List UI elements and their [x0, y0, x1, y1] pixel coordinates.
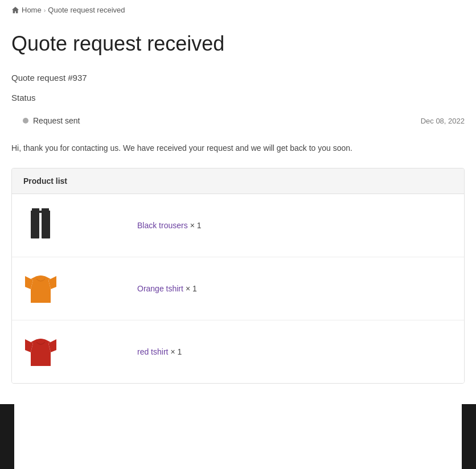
status-row: Request sent Dec 08, 2022: [11, 110, 465, 131]
svg-rect-3: [31, 212, 39, 228]
main-content: Quote request received Quote request #93…: [0, 20, 476, 406]
product-quantity: × 1: [186, 284, 197, 293]
breadcrumb-current: Quote request received: [48, 6, 125, 14]
product-list-title: Product list: [23, 176, 67, 186]
svg-rect-6: [42, 227, 50, 238]
status-dot: [23, 118, 28, 124]
svg-rect-4: [42, 212, 50, 228]
home-label: Home: [22, 6, 42, 14]
status-left: Request sent: [23, 116, 80, 125]
orange-tshirt-icon: [25, 273, 56, 305]
product-info: red tshirt × 1: [137, 347, 182, 356]
home-icon: [11, 6, 19, 14]
svg-rect-5: [31, 227, 39, 238]
status-label: Status: [11, 93, 465, 102]
product-image-trousers: [23, 205, 58, 245]
product-image-orange-tshirt: [23, 269, 58, 308]
left-sidebar-bar: [0, 404, 14, 469]
page-title: Quote request received: [11, 31, 465, 56]
product-quantity: × 1: [170, 347, 182, 356]
red-tshirt-icon: [25, 336, 56, 368]
product-link-black-trousers[interactable]: Black trousers: [137, 221, 188, 230]
status-text: Request sent: [33, 116, 80, 125]
product-info: Orange tshirt × 1: [137, 284, 197, 293]
product-list-container: Product list Black trousers × 1: [11, 168, 465, 384]
product-list-header: Product list: [12, 168, 464, 194]
product-link-orange-tshirt[interactable]: Orange tshirt: [137, 284, 183, 293]
product-item: Black trousers × 1: [12, 194, 464, 257]
thank-you-message: Hi, thank you for contacting us. We have…: [11, 142, 465, 154]
breadcrumb: Home › Quote request received: [0, 0, 476, 20]
status-date: Dec 08, 2022: [421, 117, 465, 125]
trousers-icon: [29, 208, 52, 242]
product-link-red-tshirt[interactable]: red tshirt: [137, 347, 168, 356]
product-info: Black trousers × 1: [137, 221, 202, 230]
right-sidebar-bar: [462, 404, 476, 469]
product-quantity: × 1: [190, 221, 202, 230]
product-item: red tshirt × 1: [12, 320, 464, 383]
quote-number: Quote request #937: [11, 73, 465, 83]
breadcrumb-separator: ›: [44, 7, 46, 14]
home-link[interactable]: Home: [11, 6, 42, 14]
product-item: Orange tshirt × 1: [12, 257, 464, 320]
product-image-red-tshirt: [23, 332, 58, 372]
